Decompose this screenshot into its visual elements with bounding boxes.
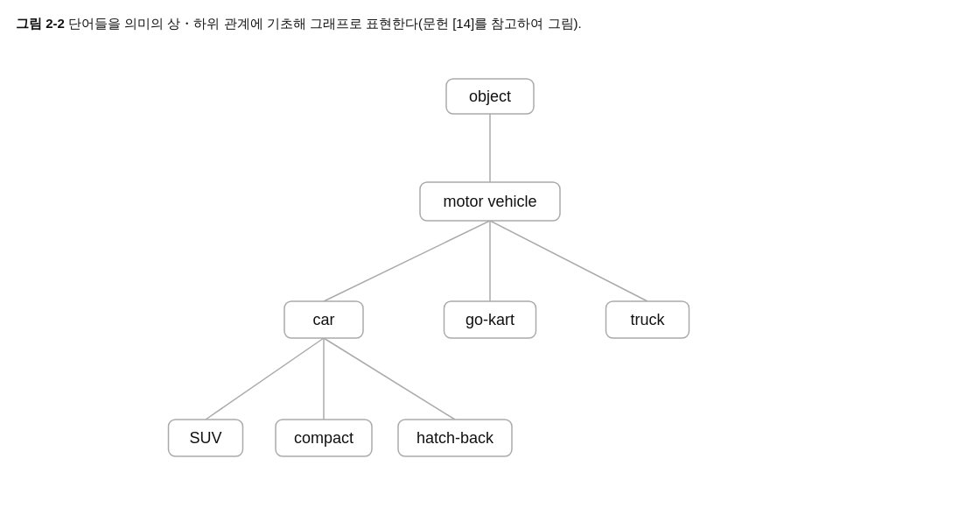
node-object: object bbox=[446, 79, 534, 114]
diagram-container: objectmotor vehiclecargo-karttruckSUVcom… bbox=[0, 48, 980, 495]
node-compact: compact bbox=[276, 420, 372, 456]
node-hatch_back: hatch-back bbox=[398, 420, 512, 456]
edge-motor_vehicle-truck bbox=[490, 221, 648, 301]
node-label-go_kart: go-kart bbox=[466, 311, 514, 328]
edge-motor_vehicle-car bbox=[324, 221, 490, 301]
edge-car-hatch_back bbox=[324, 338, 455, 420]
edge-car-suv bbox=[206, 338, 324, 420]
node-motor_vehicle: motor vehicle bbox=[420, 182, 560, 221]
caption-text: 단어들을 의미의 상・하위 관계에 기초해 그래프로 표현한다(문헌 [14]를… bbox=[68, 16, 582, 31]
node-label-compact: compact bbox=[294, 429, 354, 447]
node-label-suv: SUV bbox=[189, 429, 221, 447]
node-go_kart: go-kart bbox=[444, 301, 536, 338]
node-truck: truck bbox=[606, 301, 690, 338]
node-label-object: object bbox=[469, 88, 511, 105]
node-label-truck: truck bbox=[630, 311, 665, 328]
node-suv: SUV bbox=[169, 420, 243, 456]
figure-caption: 그림 2-2 단어들을 의미의 상・하위 관계에 기초해 그래프로 표현한다(문… bbox=[16, 16, 582, 32]
node-car: car bbox=[284, 301, 363, 338]
figure-label: 그림 2-2 bbox=[16, 16, 65, 31]
node-label-car: car bbox=[312, 311, 334, 328]
node-label-motor_vehicle: motor vehicle bbox=[443, 193, 536, 210]
node-label-hatch_back: hatch-back bbox=[416, 429, 494, 447]
